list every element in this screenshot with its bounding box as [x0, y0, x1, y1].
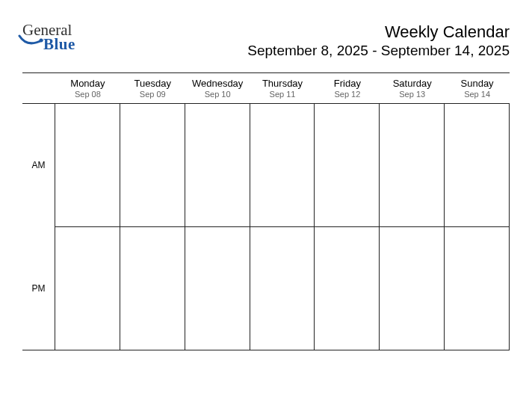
day-date: Sep 13: [380, 90, 445, 99]
calendar-cell[interactable]: [445, 104, 509, 227]
calendar: Monday Sep 08 Tuesday Sep 09 Wednesday S…: [22, 72, 510, 350]
day-header: Friday Sep 12: [315, 73, 380, 103]
time-label-am: AM: [22, 104, 55, 227]
day-column: [185, 104, 250, 350]
time-label-pm: PM: [22, 227, 55, 350]
day-date: Sep 12: [315, 90, 380, 99]
calendar-body: AM PM: [22, 104, 510, 350]
day-date: Sep 14: [445, 90, 510, 99]
day-name: Thursday: [250, 78, 315, 89]
day-header: Saturday Sep 13: [380, 73, 445, 103]
calendar-grid: [55, 104, 510, 350]
time-column-header: [22, 73, 55, 103]
day-column: [315, 104, 380, 350]
day-name: Friday: [315, 78, 380, 89]
calendar-cell[interactable]: [120, 104, 185, 227]
day-column: [445, 104, 510, 350]
day-date: Sep 10: [185, 90, 250, 99]
day-name: Tuesday: [120, 78, 185, 89]
day-name: Wednesday: [185, 78, 250, 89]
date-range: September 8, 2025 - September 14, 2025: [247, 43, 510, 59]
logo-text-top: General: [22, 22, 72, 38]
day-header: Tuesday Sep 09: [120, 73, 185, 103]
weekly-calendar-page: General Blue Weekly Calendar September 8…: [0, 0, 532, 365]
header: General Blue Weekly Calendar September 8…: [22, 22, 510, 59]
day-date: Sep 09: [120, 90, 185, 99]
calendar-cell[interactable]: [250, 227, 315, 350]
calendar-cell[interactable]: [380, 104, 444, 227]
calendar-cell[interactable]: [315, 104, 379, 227]
day-header: Wednesday Sep 10: [185, 73, 250, 103]
day-date: Sep 11: [250, 90, 315, 99]
calendar-cell[interactable]: [55, 104, 120, 227]
day-header: Thursday Sep 11: [250, 73, 315, 103]
brand-logo: General Blue: [22, 22, 75, 52]
day-name: Saturday: [380, 78, 445, 89]
calendar-cell[interactable]: [120, 227, 185, 350]
day-header: Monday Sep 08: [55, 73, 120, 103]
day-date: Sep 08: [55, 90, 120, 99]
page-title: Weekly Calendar: [247, 22, 510, 42]
time-column: AM PM: [22, 104, 55, 350]
day-column: [55, 104, 120, 350]
svg-point-0: [40, 39, 43, 43]
day-column: [120, 104, 185, 350]
calendar-cell[interactable]: [185, 227, 250, 350]
day-column: [380, 104, 445, 350]
day-header: Sunday Sep 14: [445, 73, 510, 103]
logo-text-bottom: Blue: [43, 37, 75, 52]
day-name: Monday: [55, 78, 120, 89]
calendar-header-row: Monday Sep 08 Tuesday Sep 09 Wednesday S…: [22, 72, 510, 104]
calendar-cell[interactable]: [55, 227, 120, 350]
calendar-cell[interactable]: [250, 104, 315, 227]
title-block: Weekly Calendar September 8, 2025 - Sept…: [247, 22, 510, 59]
calendar-cell[interactable]: [315, 227, 379, 350]
day-column: [250, 104, 315, 350]
calendar-cell[interactable]: [445, 227, 509, 350]
calendar-cell[interactable]: [185, 104, 250, 227]
calendar-cell[interactable]: [380, 227, 444, 350]
day-name: Sunday: [445, 78, 510, 89]
